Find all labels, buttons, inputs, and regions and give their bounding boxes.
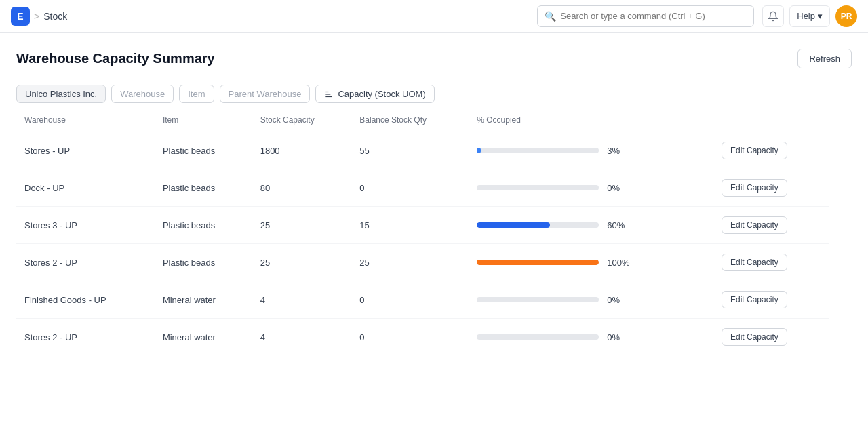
page-header: Warehouse Capacity Summary Refresh <box>16 49 852 68</box>
page-title: Warehouse Capacity Summary <box>16 51 215 66</box>
cell-edit: Edit Capacity <box>713 169 829 207</box>
cell-warehouse: Stores - UP <box>16 132 155 169</box>
cell-item: Plastic beads <box>155 207 252 244</box>
col-empty1 <box>713 108 829 132</box>
sort-icon <box>324 89 334 99</box>
cell-warehouse: Dock - UP <box>16 169 155 207</box>
cell-item: Plastic beads <box>155 132 252 169</box>
col-warehouse: Warehouse <box>16 108 155 132</box>
pct-label: 0% <box>607 183 634 193</box>
col-pct-occupied: % Occupied <box>469 108 713 132</box>
cell-edit: Edit Capacity <box>713 244 829 281</box>
cell-balance-stock-qty: 55 <box>351 132 469 169</box>
notifications-bell[interactable] <box>762 5 784 27</box>
cell-stock-capacity: 4 <box>252 281 352 319</box>
cell-stock-capacity: 1800 <box>252 132 352 169</box>
cell-balance-stock-qty: 0 <box>351 319 469 356</box>
sort-button[interactable]: Capacity (Stock UOM) <box>315 85 434 103</box>
table-row: Stores 3 - UP Plastic beads 25 15 60% Ed… <box>16 207 852 244</box>
cell-edit: Edit Capacity <box>713 207 829 244</box>
pct-label: 0% <box>607 295 634 305</box>
cell-warehouse: Finished Goods - UP <box>16 281 155 319</box>
progress-bar-bg <box>477 297 599 302</box>
cell-pct-occupied: 60% <box>469 207 713 244</box>
table-row: Stores 2 - UP Mineral water 4 0 0% Edit … <box>16 319 852 356</box>
cell-item: Plastic beads <box>155 169 252 207</box>
edit-capacity-button[interactable]: Edit Capacity <box>722 328 787 346</box>
cell-balance-stock-qty: 25 <box>351 244 469 281</box>
filter-company-label: Unico Plastics Inc. <box>25 89 97 99</box>
filter-bar: Unico Plastics Inc. Warehouse Item Paren… <box>16 85 852 103</box>
cell-stock-capacity: 80 <box>252 169 352 207</box>
col-stock-capacity: Stock Capacity <box>252 108 352 132</box>
pct-label: 60% <box>607 220 634 230</box>
cell-balance-stock-qty: 15 <box>351 207 469 244</box>
progress-bar-fill <box>477 148 480 153</box>
cell-warehouse: Stores 2 - UP <box>16 244 155 281</box>
cell-warehouse: Stores 3 - UP <box>16 207 155 244</box>
edit-capacity-button[interactable]: Edit Capacity <box>722 179 787 197</box>
col-balance-stock: Balance Stock Qty <box>351 108 469 132</box>
edit-capacity-button[interactable]: Edit Capacity <box>722 291 787 308</box>
filter-parent-warehouse[interactable]: Parent Warehouse <box>220 85 311 103</box>
table-row: Stores - UP Plastic beads 1800 55 3% Edi… <box>16 132 852 169</box>
progress-bar-bg <box>477 334 599 340</box>
filter-warehouse-label: Warehouse <box>120 89 165 99</box>
cell-warehouse: Stores 2 - UP <box>16 319 155 356</box>
filter-warehouse[interactable]: Warehouse <box>111 85 174 103</box>
chevron-down-icon: ▾ <box>818 11 823 21</box>
cell-stock-capacity: 25 <box>252 207 352 244</box>
table-row: Finished Goods - UP Mineral water 4 0 0%… <box>16 281 852 319</box>
edit-capacity-button[interactable]: Edit Capacity <box>722 254 787 271</box>
sort-label: Capacity (Stock UOM) <box>338 89 425 99</box>
cell-stock-capacity: 25 <box>252 244 352 281</box>
breadcrumb-stock[interactable]: Stock <box>43 11 67 22</box>
cell-item: Mineral water <box>155 319 252 356</box>
table-row: Dock - UP Plastic beads 80 0 0% Edit Cap… <box>16 169 852 207</box>
progress-bar-fill <box>477 222 550 228</box>
cell-balance-stock-qty: 0 <box>351 169 469 207</box>
filter-company[interactable]: Unico Plastics Inc. <box>16 85 106 103</box>
filter-item[interactable]: Item <box>179 85 214 103</box>
nav-right-group: Help ▾ PR <box>762 5 857 27</box>
progress-bar-bg <box>477 222 599 228</box>
cell-edit: Edit Capacity <box>713 281 829 319</box>
avatar[interactable]: PR <box>835 5 857 27</box>
global-search[interactable]: 🔍 <box>537 5 754 27</box>
help-menu[interactable]: Help ▾ <box>789 5 830 27</box>
filter-parent-warehouse-label: Parent Warehouse <box>229 89 302 99</box>
progress-bar-bg <box>477 148 599 153</box>
help-label: Help <box>797 11 815 21</box>
cell-balance-stock-qty: 0 <box>351 281 469 319</box>
cell-pct-occupied: 0% <box>469 281 713 319</box>
pct-label: 100% <box>607 258 634 268</box>
progress-bar-fill <box>477 260 599 265</box>
cell-edit: Edit Capacity <box>713 319 829 356</box>
cell-stock-capacity: 4 <box>252 319 352 356</box>
search-icon: 🔍 <box>545 11 556 22</box>
app-logo[interactable]: E <box>11 7 30 26</box>
breadcrumb-separator: > <box>34 11 39 22</box>
cell-item: Plastic beads <box>155 244 252 281</box>
pct-label: 3% <box>607 146 634 156</box>
col-empty2 <box>829 108 852 132</box>
progress-bar-bg <box>477 185 599 190</box>
cell-pct-occupied: 0% <box>469 169 713 207</box>
cell-pct-occupied: 0% <box>469 319 713 356</box>
filter-item-label: Item <box>188 89 205 99</box>
top-nav: E > Stock 🔍 Help ▾ PR <box>0 0 868 33</box>
pct-label: 0% <box>607 332 634 342</box>
capacity-table: Warehouse Item Stock Capacity Balance St… <box>16 108 852 355</box>
cell-pct-occupied: 3% <box>469 132 713 169</box>
refresh-button[interactable]: Refresh <box>797 49 852 68</box>
edit-capacity-button[interactable]: Edit Capacity <box>722 142 787 159</box>
edit-capacity-button[interactable]: Edit Capacity <box>722 216 787 234</box>
table-row: Stores 2 - UP Plastic beads 25 25 100% E… <box>16 244 852 281</box>
cell-edit: Edit Capacity <box>713 132 829 169</box>
main-content: Warehouse Capacity Summary Refresh Unico… <box>0 33 868 355</box>
progress-bar-bg <box>477 260 599 265</box>
search-input[interactable] <box>560 11 747 21</box>
cell-pct-occupied: 100% <box>469 244 713 281</box>
col-item: Item <box>155 108 252 132</box>
cell-item: Mineral water <box>155 281 252 319</box>
